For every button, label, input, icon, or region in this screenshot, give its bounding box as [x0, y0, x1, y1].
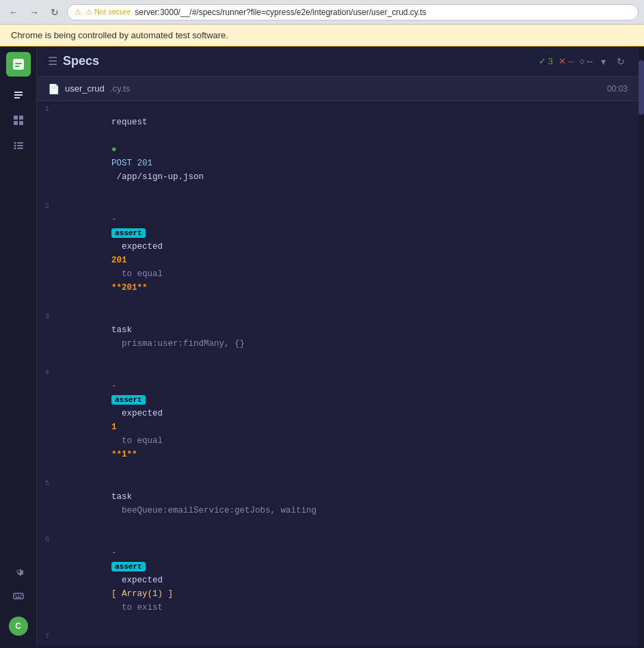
svg-point-11 — [14, 148, 16, 150]
svg-point-9 — [14, 145, 16, 147]
svg-rect-13 — [14, 593, 23, 599]
code-area[interactable]: 1 request ● POST 201 /app/sign-up.json 2… — [37, 101, 639, 645]
svg-rect-16 — [21, 595, 22, 596]
url-text: server:3000/__/#/specs/runner?file=cypre… — [135, 8, 426, 17]
fail-icon: ✕ — [559, 56, 566, 66]
sidebar-item-settings[interactable] — [8, 561, 29, 582]
file-icon: 📄 — [48, 83, 59, 94]
svg-rect-12 — [17, 148, 23, 149]
file-time: 00:03 — [607, 84, 628, 94]
svg-rect-1 — [15, 63, 22, 64]
file-name: user_crud — [65, 83, 105, 94]
sidebar-item-list[interactable] — [8, 134, 29, 156]
header-refresh-button[interactable]: ↻ — [614, 53, 628, 70]
pending-badge: ○ -- — [579, 56, 593, 66]
file-ext: .cy.ts — [110, 83, 130, 94]
test-banner: Chrome is being controlled by automated … — [0, 25, 644, 46]
sidebar-bottom: C — [8, 561, 29, 645]
svg-rect-8 — [17, 142, 23, 144]
code-line-1: 1 request ● POST 201 /app/sign-up.json — [37, 101, 639, 198]
browser-bar: ← → ↻ ⚠ ⚠ Not secure server:3000/__/#/sp… — [0, 0, 644, 25]
address-bar[interactable]: ⚠ ⚠ Not secure server:3000/__/#/specs/ru… — [67, 4, 639, 21]
svg-rect-10 — [17, 145, 23, 146]
code-line-2: 2 - assert expected 201 to equal **201** — [37, 198, 639, 309]
specs-title-icon: ☰ — [48, 55, 57, 68]
svg-rect-5 — [14, 121, 18, 125]
specs-title: Specs — [63, 54, 99, 68]
fail-badge: ✕ -- — [559, 56, 574, 66]
svg-rect-3 — [14, 116, 18, 120]
back-button[interactable]: ← — [5, 4, 22, 21]
specs-header: ☰ Specs ✓ 3 ✕ -- ○ -- ▾ ↻ — [37, 46, 639, 77]
sidebar-item-specs[interactable] — [8, 85, 29, 107]
app-layout: C ☰ Specs ✓ 3 ✕ -- ○ -- — [0, 46, 644, 645]
code-line-7: 7 - assert expected [ Array(1) ] to have… — [37, 629, 639, 645]
forward-button[interactable]: → — [26, 4, 42, 21]
pass-badge: ✓ 3 — [539, 56, 553, 66]
sidebar-item-keyboard[interactable] — [8, 585, 29, 607]
code-line-6: 6 - assert expected [ Array(1) ] to exis… — [37, 532, 639, 629]
code-line-4: 4 - assert expected 1 to equal **1** — [37, 365, 639, 476]
pending-icon: ○ — [579, 56, 585, 66]
header-chevron-button[interactable]: ▾ — [598, 53, 608, 70]
svg-rect-4 — [19, 116, 23, 120]
content-area: ☰ Specs ✓ 3 ✕ -- ○ -- ▾ ↻ — [37, 46, 639, 645]
svg-rect-6 — [19, 121, 23, 125]
svg-rect-15 — [18, 595, 19, 596]
status-badges: ✓ 3 ✕ -- ○ -- — [539, 56, 593, 66]
check-icon: ✓ — [539, 56, 546, 66]
file-row: 📄 user_crud .cy.ts 00:03 — [37, 77, 639, 101]
sidebar-item-user[interactable]: C — [8, 615, 29, 637]
app-logo[interactable] — [6, 52, 31, 77]
svg-point-7 — [14, 142, 16, 144]
sidebar: C — [0, 46, 37, 645]
scrollbar-track[interactable] — [639, 46, 644, 645]
reload-button[interactable]: ↻ — [46, 4, 63, 21]
security-text: ⚠ Not secure — [85, 8, 131, 16]
sidebar-item-view[interactable] — [8, 109, 29, 131]
svg-rect-14 — [15, 595, 16, 596]
code-line-3: 3 task prisma:user:findMany, {} — [37, 309, 639, 365]
svg-rect-2 — [15, 66, 20, 67]
code-line-5: 5 task beeQueue:emailService:getJobs, wa… — [37, 476, 639, 532]
scrollbar-thumb[interactable] — [639, 60, 644, 115]
security-icon: ⚠ — [75, 8, 81, 16]
svg-rect-17 — [16, 597, 21, 598]
